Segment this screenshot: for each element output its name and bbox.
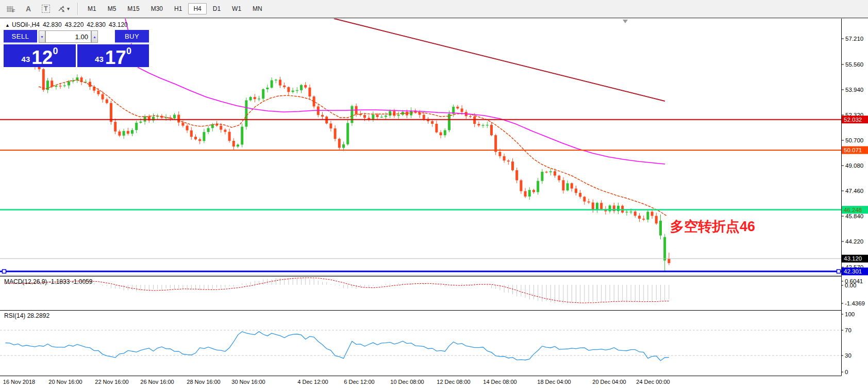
buy-price-sup: 0 — [126, 46, 131, 57]
buy-price-big: 17 — [105, 50, 126, 66]
chart-shift-marker — [623, 20, 628, 23]
timeframe-button-m15[interactable]: M15 — [122, 3, 144, 14]
macd-indicator-label: MACD(12,26,9) -1.1833 -1.0059 — [4, 278, 92, 285]
fast-ma-line — [39, 80, 666, 216]
symbol-title: USOil-,H4 — [12, 21, 40, 28]
toolbar: F A T ▾ M1M5M15M30H1H4D1W1MN — [0, 0, 868, 18]
sell-price-big: 12 — [31, 50, 53, 66]
timeframe-button-d1[interactable]: D1 — [208, 3, 226, 14]
svg-text:44.220: 44.220 — [845, 238, 863, 245]
svg-text:53.940: 53.940 — [845, 87, 863, 93]
ohlc-open: 42.830 — [43, 21, 62, 28]
buy-price-prefix: 43 — [95, 55, 104, 63]
sell-button[interactable]: SELL — [4, 30, 37, 43]
ohlc-low: 42.830 — [87, 21, 106, 28]
arrow-label-tool-icon[interactable]: A — [22, 3, 35, 15]
time-axis-label: 14 Dec 08:00 — [472, 379, 528, 385]
svg-text:50.700: 50.700 — [845, 137, 863, 143]
candlestick-series — [4, 55, 670, 271]
timeframe-button-m5[interactable]: M5 — [103, 3, 122, 14]
price-axis: 57.21055.56053.94052.32050.70049.08047.4… — [841, 36, 868, 275]
time-axis-label: 30 Nov 16:00 — [220, 379, 277, 385]
svg-text:0: 0 — [845, 369, 848, 375]
svg-text:52.032: 52.032 — [844, 117, 862, 123]
svg-text:100: 100 — [845, 311, 855, 317]
timeframe-button-mn[interactable]: MN — [247, 3, 268, 14]
text-label-tool-icon[interactable]: T — [39, 3, 53, 15]
direction-up-icon: ▲ — [5, 23, 10, 28]
svg-text:0.00: 0.00 — [845, 282, 856, 288]
rsi-panel — [0, 330, 841, 361]
rsi-axis: 10070300 — [841, 311, 855, 375]
symbol-info-bar: ▲USOil-,H442.83043.22042.83043.120 — [5, 21, 131, 28]
trendline[interactable] — [334, 19, 665, 101]
line-handle[interactable] — [837, 269, 841, 273]
buy-button[interactable]: BUY — [115, 30, 149, 43]
svg-text:43.120: 43.120 — [844, 255, 862, 262]
mt4-window: 57.21055.56053.94052.32050.70049.08047.4… — [0, 0, 868, 388]
rsi-line — [6, 332, 669, 361]
volume-decrease-button[interactable]: ▼ — [39, 30, 45, 43]
svg-text:55.560: 55.560 — [845, 61, 863, 68]
buy-price-display[interactable]: 43 17 0 — [77, 44, 149, 67]
timeframe-button-m30[interactable]: M30 — [146, 3, 168, 14]
svg-text:50.071: 50.071 — [844, 147, 862, 153]
svg-text:70: 70 — [845, 327, 852, 333]
svg-text:42.301: 42.301 — [844, 268, 862, 274]
macd-axis: 0.60410.00-1.4369 — [841, 278, 865, 306]
f-glyph: F — [12, 8, 15, 13]
sell-price-sup: 0 — [53, 46, 58, 57]
macd-panel — [6, 278, 669, 303]
svg-text:49.080: 49.080 — [845, 163, 863, 169]
slow-ma-line — [125, 19, 665, 164]
ohlc-close: 43.120 — [109, 21, 128, 28]
timeframe-button-w1[interactable]: W1 — [227, 3, 246, 14]
one-click-trading-panel: SELL ▼ ▲ BUY 43 12 0 43 17 0 — [4, 30, 149, 67]
svg-text:47.460: 47.460 — [845, 188, 863, 194]
volume-increase-button[interactable]: ▲ — [91, 30, 98, 43]
svg-text:45.840: 45.840 — [845, 213, 863, 219]
rsi-indicator-label: RSI(14) 28.2892 — [4, 312, 49, 319]
toolbar-separator — [77, 3, 78, 15]
svg-text:30: 30 — [845, 352, 852, 359]
drawing-tools-icon[interactable]: ▾ — [57, 3, 70, 15]
crossed-arrows-icon — [57, 5, 65, 13]
ohlc-high: 43.220 — [65, 21, 84, 28]
chevron-down-icon: ▾ — [67, 6, 70, 11]
sell-price-display[interactable]: 43 12 0 — [4, 44, 76, 67]
time-axis: 16 Nov 201820 Nov 16:0022 Nov 16:0026 No… — [0, 376, 868, 388]
timeframe-button-h1[interactable]: H1 — [169, 3, 187, 14]
chart-text-annotation: 多空转折点46 — [670, 217, 755, 236]
time-axis-label: 24 Dec 00:00 — [625, 379, 681, 385]
time-axis-label: 18 Dec 04:00 — [526, 379, 582, 385]
symbols-grid-icon[interactable]: F — [4, 3, 18, 15]
timeframe-button-h4[interactable]: H4 — [188, 3, 206, 14]
svg-text:46.248: 46.248 — [844, 207, 862, 213]
sell-price-prefix: 43 — [22, 55, 30, 63]
line-handle[interactable] — [3, 269, 6, 273]
panel-borders — [0, 19, 842, 376]
svg-text:57.210: 57.210 — [845, 36, 863, 42]
macd-signal-line — [6, 278, 669, 303]
horizontal-lines — [0, 120, 841, 273]
volume-input[interactable] — [45, 30, 91, 43]
svg-text:-1.4369: -1.4369 — [845, 300, 865, 306]
timeframe-toolbar: M1M5M15M30H1H4D1W1MN — [82, 3, 269, 14]
timeframe-button-m1[interactable]: M1 — [82, 3, 102, 14]
